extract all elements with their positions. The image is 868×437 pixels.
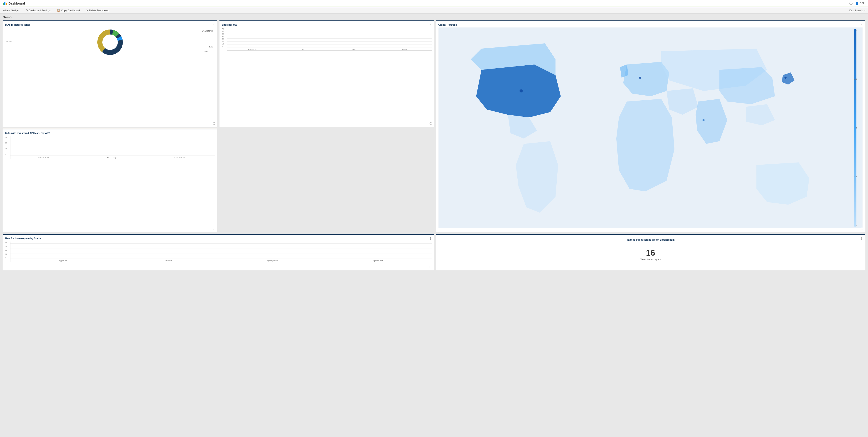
mas-api-bars: BENZALKONIUM CHLORID... COCOA LIQUOR® - … [10,136,215,159]
global-portfolio-info[interactable]: ⓘ [861,227,863,231]
bar-garlic: GARLIC EXTRACT® - v1... [148,156,214,159]
copy-icon: 📋 [57,9,60,12]
mas-registered-card: MAs registered (sites) ⋮ LA Systems Lore… [3,21,217,127]
bar-approved: Approved [11,259,115,262]
sites-per-ma-info[interactable]: ⓘ [430,122,432,125]
legend-1: 1 [856,225,857,227]
planned-submissions-count: 16 [646,249,655,257]
ras-lorenzepam-info[interactable]: ⓘ [430,265,432,269]
bar-benzalkonium-label: BENZALKONIUM CHLORID... [38,157,51,159]
bar-agency-waiting-label: Agency waiting for r... [267,260,280,262]
svg-point-9 [784,77,786,79]
close-icon: ✕ [86,9,88,12]
legend-2: 2 [856,127,857,129]
lorenz-label: Lorenz [6,40,12,42]
sites-per-ma-menu[interactable]: ⋮ [429,23,432,27]
bar-llc: LLC ... [330,48,379,50]
mas-registered-title: MAs registered (sites) [5,23,215,26]
planned-submissions-info[interactable]: ⓘ [861,265,863,269]
header-right: ⓘ 👤 DEU [849,1,865,5]
map-container: 3 2.5 2 1.5 1 [438,27,863,228]
mas-api-chart: 30 20 10 0 BENZALKONIUM CHLORID... COCOA… [5,136,215,159]
bar-planned-label: Planned [165,260,172,262]
planned-submissions-menu[interactable]: ⋮ [860,237,863,240]
planned-submissions-content: 16 Team Lorenzepam [640,242,661,266]
header: Dashboard ⓘ 👤 DEU [0,0,868,7]
mas-registered-menu[interactable]: ⋮ [212,23,215,27]
mas-api-card: MAs with registered API Man. (by API) ⋮ … [3,129,217,232]
llc-label: LLC [204,50,208,53]
svg-point-4 [103,35,117,50]
bar-la-systems: LA Systems ... [228,48,277,50]
page-title: Demo [3,16,865,19]
logo-icon [3,2,7,5]
user-label: DEU [860,2,865,5]
chevron-down-icon: ⌄ [864,9,866,12]
planned-submissions-title: Planned submissions (Team Lorenzepam) [626,238,675,241]
bar-agency-waiting: Agency waiting for r... [222,259,326,262]
map-legend: 3 2.5 2 1.5 1 [854,29,861,227]
bar-lorenz-label: Lorenz ... [402,48,410,50]
dashboards-dropdown[interactable]: Dashboards ⌄ [849,9,866,12]
global-portfolio-card: Global Portfolio ⋮ [436,21,866,232]
settings-icon: ⚙ [26,9,28,12]
world-map-svg [438,27,863,228]
page-title-area: Demo [0,13,868,21]
svg-point-8 [702,119,704,121]
svg-point-7 [639,77,641,79]
help-icon[interactable]: ⓘ [849,1,852,5]
ras-bars: Approved Planned Agency waiting for r...… [10,241,432,262]
user-icon: 👤 [855,2,859,5]
bar-cocoa-label: COCOA LIQUOR® - v1 ... [106,157,120,159]
bar-approved-label: Approved [59,260,67,262]
dashboard-settings-button[interactable]: ⚙ Dashboard Settings [25,8,52,12]
mas-api-title: MAs with registered API Man. (by API) [5,132,215,135]
bar-rejected: Rejected by Agency [327,259,431,262]
toolbar: + New Gadget ⚙ Dashboard Settings 📋 Copy… [0,7,868,13]
mas-api-menu[interactable]: ⋮ [212,131,215,135]
dashboard-grid: MAs registered (sites) ⋮ LA Systems Lore… [0,21,868,273]
bar-garlic-label: GARLIC EXTRACT® - v1... [174,157,188,159]
legend-1-5: 1.5 [855,176,857,178]
logo-text: Dashboard [8,2,25,5]
bar-la-systems-label: LA Systems ... [247,48,258,50]
ras-lorenzepam-menu[interactable]: ⋮ [429,237,432,240]
ras-lorenzepam-title: RAs for Lorenzepam by Status [5,237,432,240]
global-portfolio-menu[interactable]: ⋮ [860,23,863,27]
new-gadget-button[interactable]: + New Gadget [2,9,20,12]
bar-las: LAS ... [279,48,329,50]
bar-planned: Planned [117,259,220,262]
sites-per-ma-title: Sites per MA [222,23,431,26]
logo: Dashboard [3,2,25,5]
delete-dashboard-button[interactable]: ✕ Delete Dashboard [85,8,110,12]
global-portfolio-title: Global Portfolio [438,23,863,26]
copy-dashboard-button[interactable]: 📋 Copy Dashboard [56,8,81,12]
bar-rejected-label: Rejected by Agency [372,260,386,262]
planned-submissions-card: Planned submissions (Team Lorenzepam) ⋮ … [436,234,866,270]
svg-point-6 [520,89,523,93]
donut-chart: LA Systems Lorenz LAS LLC [5,27,215,57]
las-label: LAS [209,46,213,48]
sites-per-ma-bars: LA Systems ... LAS ... LLC ... Lorenz ..… [227,28,431,51]
mas-registered-info[interactable]: ⓘ [213,122,215,125]
user-badge[interactable]: 👤 DEU [855,2,865,5]
bar-llc-label: LLC ... [352,48,358,50]
sites-per-ma-chart: 70 60 50 40 30 20 10 0 LA Systems ... LA… [222,28,431,51]
bar-benzalkonium: BENZALKONIUM CHLORID... [11,156,78,159]
la-systems-label: LA Systems [202,30,213,32]
ras-lorenzepam-chart: 40 30 20 10 0 Approved Planned Agency wa… [5,241,432,262]
donut-svg [95,27,125,57]
bar-cocoa: COCOA LIQUOR® - v1 ... [80,156,146,159]
sites-per-ma-card: Sites per MA ⋮ 70 60 50 40 30 20 10 0 [219,21,434,127]
legend-2-5: 2.5 [855,78,857,80]
legend-3: 3 [856,29,857,31]
ras-lorenzepam-card: RAs for Lorenzepam by Status ⋮ 40 30 20 … [3,234,434,270]
bar-lorenz: Lorenz ... [381,48,431,50]
bar-las-label: LAS ... [301,48,306,50]
planned-submissions-label: Team Lorenzepam [640,258,661,261]
mas-api-info[interactable]: ⓘ [213,227,215,231]
